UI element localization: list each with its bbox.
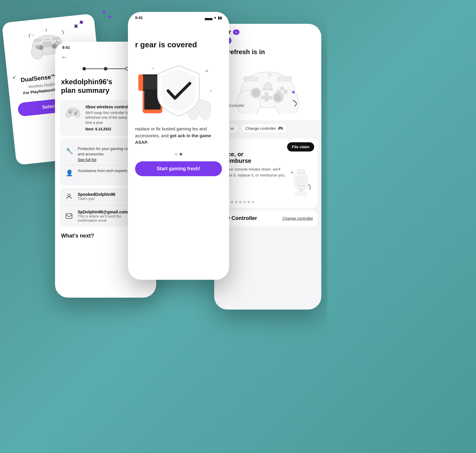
- account-email: SpDolphin96@gmail.com: [78, 210, 136, 214]
- features-status-icons: ▄▄▄ ▾ ▮▮: [205, 16, 222, 20]
- dashboard-phone: mer + 96 xt refresh is in: [214, 24, 321, 310]
- step-line-2: [107, 68, 125, 69]
- svg-rect-52: [261, 96, 272, 99]
- svg-text:+: +: [152, 66, 154, 71]
- carousel-dot-2: [180, 153, 182, 155]
- shield-container: + + +: [134, 57, 223, 129]
- dashboard-header: mer + 96 xt refresh is in: [214, 24, 321, 120]
- svg-point-67: [295, 191, 307, 196]
- user-icon: [65, 192, 73, 201]
- features-time: 9:41: [135, 15, 143, 20]
- gamepad-icon: 🎮: [278, 126, 283, 131]
- svg-point-66: [300, 189, 302, 191]
- svg-point-56: [276, 90, 281, 94]
- status-time: 9:41: [62, 45, 70, 50]
- step-1: [82, 67, 86, 71]
- svg-text:✦: ✦: [291, 171, 294, 175]
- svg-rect-23: [72, 110, 74, 112]
- ps5-svg: ✦: [289, 166, 313, 196]
- action-address-label: ss: [230, 126, 234, 131]
- change-controller-chip-label: Change controller: [245, 126, 276, 131]
- svg-text:♡: ♡: [268, 73, 272, 77]
- account-username-label: That's you!: [78, 197, 136, 201]
- account-email-details: SpDolphin96@gmail.com This is where we'l…: [78, 210, 136, 223]
- svg-point-38: [200, 107, 211, 120]
- step-2: [104, 67, 107, 71]
- card-image-area: ✦: [289, 166, 313, 197]
- features-bold-text: get ack in the game ASAP.: [135, 133, 211, 145]
- card-content-row: If your console breaks down, we'll repai…: [223, 166, 313, 197]
- svg-text:♡: ♡: [31, 34, 34, 38]
- card-title-main: lace, or reimburse: [223, 151, 313, 164]
- svg-rect-65: [297, 186, 306, 187]
- svg-rect-59: [269, 88, 273, 90]
- sparkle-deco: ✦✦: [70, 16, 87, 32]
- features-title: r gear is covered: [135, 40, 222, 49]
- repair-card-dots: [223, 201, 313, 203]
- features-phone: 9:41 ▄▄▄ ▾ ▮▮ r gear is covered: [128, 12, 229, 280]
- carousel-dot-1: [175, 153, 177, 155]
- features-battery: ▮▮: [218, 16, 222, 20]
- benefit-experts-text: Assistance from tech experts: [78, 168, 127, 174]
- svg-rect-58: [263, 88, 266, 90]
- shield-scene-svg: + + +: [134, 57, 223, 128]
- svg-rect-45: [243, 76, 258, 81]
- refresh-info: xt refresh is in: [220, 48, 315, 56]
- svg-point-57: [280, 93, 284, 98]
- svg-text:+: +: [210, 88, 212, 93]
- dot-3: [231, 201, 233, 203]
- xbox-controller-svg: [65, 104, 81, 118]
- my-controller-section: My Controller Change controller: [218, 210, 318, 226]
- expert-icon: 👤: [65, 168, 74, 178]
- features-header: r gear is covered: [128, 22, 229, 60]
- user-svg: [65, 193, 73, 200]
- svg-rect-64: [296, 175, 306, 187]
- svg-point-26: [76, 110, 78, 111]
- carousel-dots: [128, 153, 229, 155]
- svg-rect-29: [66, 214, 72, 218]
- dot-4: [235, 201, 237, 203]
- step-line-1: [86, 68, 104, 69]
- email-icon: [65, 212, 73, 221]
- quick-actions: 📍 ss Change controller 🎮: [214, 120, 321, 136]
- account-username-details: SpookedDolphin96 That's you!: [78, 192, 136, 201]
- repair-card: File claim ge lace, or reimburse If your…: [218, 139, 318, 208]
- dot-5: [239, 201, 242, 203]
- dot-7: [248, 201, 250, 203]
- sparkle-icon-top: ✦: [100, 8, 108, 18]
- account-username: SpookedDolphin96: [78, 192, 136, 197]
- svg-point-48: [252, 89, 260, 97]
- email-svg: [65, 213, 73, 220]
- greeting-row: mer +: [220, 29, 315, 35]
- sparkle-icon-top2: ✦: [107, 13, 113, 22]
- svg-point-55: [284, 90, 288, 94]
- back-button[interactable]: ←: [61, 53, 68, 61]
- svg-text:✦: ✦: [291, 89, 296, 96]
- wrench-icon: 🔧: [65, 146, 74, 156]
- screen-container: ✦ ✦ ✦ ✦ ♡ ✦✦ ↙ ✦: [0, 0, 327, 453]
- doodle-arrow: ↙: [12, 74, 16, 80]
- change-controller-link[interactable]: Change controller: [282, 216, 313, 221]
- account-email-label: This is where we'll send the confirmatio…: [78, 214, 136, 223]
- features-wifi: ▾: [214, 16, 216, 20]
- svg-point-22: [74, 112, 77, 115]
- features-signal: ▄▄▄: [205, 16, 212, 20]
- shield-image-area: + + +: [128, 60, 229, 126]
- card-description: If your console breaks down, we'll repai…: [223, 166, 286, 178]
- card-text-area: If your console breaks down, we'll repai…: [223, 166, 286, 178]
- controller-showcase: ✦ ♡ s Controller: [220, 57, 315, 117]
- svg-rect-3: [42, 41, 52, 48]
- dot-8: [252, 201, 254, 203]
- svg-text:+: +: [205, 68, 209, 74]
- svg-point-27: [77, 111, 79, 113]
- gamer-plus-badge: +: [233, 29, 239, 35]
- file-claim-button[interactable]: File claim: [287, 142, 314, 151]
- start-button[interactable]: Start gaming fresh!: [135, 161, 222, 176]
- svg-point-28: [68, 194, 70, 196]
- svg-rect-46: [277, 76, 292, 81]
- features-status-bar: 9:41 ▄▄▄ ▾ ▮▮: [128, 12, 229, 22]
- svg-rect-34: [138, 74, 143, 91]
- dot-6: [243, 201, 246, 203]
- mini-controller-image: [65, 104, 81, 118]
- action-chip-controller[interactable]: Change controller 🎮: [241, 123, 287, 133]
